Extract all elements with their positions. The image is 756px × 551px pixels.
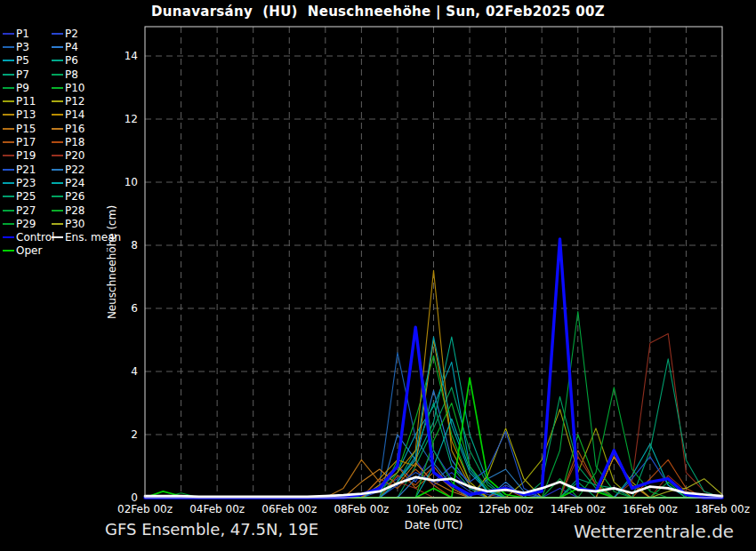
- legend-line-swatch: [52, 141, 63, 143]
- legend-label: P23: [16, 177, 36, 189]
- y-tick-label: 0: [131, 491, 138, 504]
- legend-label: P27: [16, 204, 36, 217]
- legend-item-p11: P11: [3, 95, 52, 108]
- legend-label: P30: [65, 218, 85, 230]
- x-tick-label: 14Feb 00z: [551, 503, 606, 515]
- legend-label: P20: [65, 149, 85, 162]
- legend-item-p6: P6: [52, 54, 123, 67]
- legend-item-p30: P30: [52, 218, 123, 230]
- legend-line-swatch: [52, 155, 63, 156]
- legend-item-p14: P14: [52, 108, 123, 121]
- legend-label: P2: [65, 28, 78, 40]
- legend-item-p13: P13: [3, 108, 52, 121]
- legend-line-swatch: [52, 169, 63, 171]
- x-tick-label: 16Feb 00z: [623, 503, 678, 515]
- legend-label: P10: [65, 82, 85, 94]
- legend-item-p10: P10: [52, 82, 123, 94]
- legend-line-swatch: [52, 46, 63, 48]
- legend-item-p5: P5: [3, 54, 52, 67]
- legend-label: Ens. mean: [65, 231, 121, 244]
- legend-line-swatch: [3, 114, 14, 116]
- legend-label: P7: [16, 68, 29, 81]
- legend-label: P22: [65, 164, 85, 176]
- legend-label: P15: [16, 123, 36, 135]
- legend-line-swatch: [3, 33, 14, 35]
- y-tick-label: 6: [131, 302, 138, 315]
- legend-item-p12: P12: [52, 95, 123, 108]
- legend-line-swatch: [3, 210, 14, 212]
- site-watermark: Wetterzentrale.de: [574, 521, 734, 542]
- legend-label: P21: [16, 164, 36, 176]
- legend-label: P13: [16, 108, 36, 121]
- legend-line-swatch: [3, 169, 14, 171]
- legend-line-swatch: [52, 182, 63, 184]
- legend-item-p9: P9: [3, 82, 52, 94]
- legend-item-p26: P26: [52, 190, 123, 203]
- legend-label: P24: [65, 177, 85, 189]
- legend-line-swatch: [52, 210, 63, 212]
- legend-label: P14: [65, 108, 85, 121]
- legend-line-swatch: [3, 196, 14, 197]
- legend-line-swatch: [3, 250, 14, 252]
- legend-label: P29: [16, 218, 36, 230]
- legend-line-swatch: [52, 60, 63, 61]
- legend-item-p15: P15: [3, 123, 52, 135]
- legend-item-control: Control: [3, 231, 52, 244]
- legend-item-p16: P16: [52, 123, 123, 135]
- legend-line-swatch: [3, 100, 14, 102]
- x-tick-label: 12Feb 00z: [479, 503, 534, 515]
- ensemble-chart-page: 0246810121402Feb 00z04Feb 00z06Feb 00z08…: [0, 0, 756, 551]
- legend-label: P19: [16, 149, 36, 162]
- legend-item-p8: P8: [52, 68, 123, 81]
- legend-label: P4: [65, 41, 78, 53]
- legend-line-swatch: [3, 141, 14, 143]
- legend-label: P26: [65, 190, 85, 203]
- legend-item-p28: P28: [52, 204, 123, 217]
- legend-label: P12: [65, 95, 85, 108]
- legend-item-p29: P29: [3, 218, 52, 230]
- y-tick-label: 10: [125, 176, 138, 188]
- y-tick-label: 4: [131, 365, 138, 378]
- legend-label: P25: [16, 190, 36, 203]
- legend-line-swatch: [52, 114, 63, 116]
- legend-label: Oper: [16, 244, 42, 257]
- x-axis-title: Date (UTC): [405, 519, 463, 531]
- legend-label: P3: [16, 41, 29, 53]
- legend-label: P11: [16, 95, 36, 108]
- legend-line-swatch: [3, 74, 14, 76]
- legend-item-p7: P7: [3, 68, 52, 81]
- legend-label: P28: [65, 204, 85, 217]
- legend-line-swatch: [52, 236, 63, 238]
- legend-line-swatch: [52, 87, 63, 89]
- legend-label: P8: [65, 68, 78, 81]
- legend-label: P16: [65, 123, 85, 135]
- legend-line-swatch: [3, 236, 14, 238]
- legend-item-p24: P24: [52, 177, 123, 189]
- legend-item-p3: P3: [3, 41, 52, 53]
- legend-label: P17: [16, 136, 36, 148]
- legend-line-swatch: [52, 196, 63, 197]
- legend: P1P2P3P4P5P6P7P8P9P10P11P12P13P14P15P16P…: [3, 27, 123, 258]
- y-tick-label: 12: [125, 113, 138, 125]
- legend-line-swatch: [3, 155, 14, 156]
- legend-line-swatch: [52, 74, 63, 76]
- legend-label: P1: [16, 28, 29, 40]
- legend-item-p4: P4: [52, 41, 123, 53]
- x-tick-label: 02Feb 00z: [117, 503, 173, 515]
- legend-line-swatch: [3, 87, 14, 89]
- x-tick-label: 18Feb 00z: [695, 503, 750, 515]
- legend-line-swatch: [52, 128, 63, 130]
- legend-item-oper: Oper: [3, 244, 52, 257]
- x-tick-label: 06Feb 00z: [261, 503, 317, 515]
- legend-item-ens-mean: Ens. mean: [52, 231, 123, 244]
- legend-line-swatch: [3, 223, 14, 225]
- model-info-label: GFS Ensemble, 47.5N, 19E: [105, 520, 318, 539]
- legend-label: P6: [65, 54, 78, 67]
- legend-item-p19: P19: [3, 149, 52, 162]
- legend-label: P5: [16, 54, 29, 67]
- legend-line-swatch: [52, 33, 63, 35]
- legend-item-p17: P17: [3, 136, 52, 148]
- legend-line-swatch: [3, 128, 14, 130]
- legend-item-p1: P1: [3, 28, 52, 40]
- legend-item-p20: P20: [52, 149, 123, 162]
